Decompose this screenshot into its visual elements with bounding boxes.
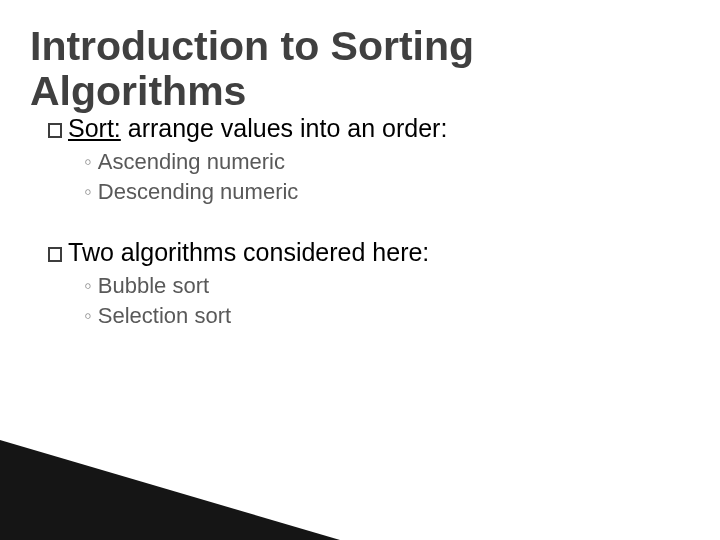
svg-marker-1 (0, 485, 310, 540)
list-item: ◦Ascending numeric (84, 147, 680, 177)
bullet-1-lead: Sort: (68, 114, 121, 142)
sub-bullet-icon: ◦ (84, 149, 92, 174)
decorative-wedge-icon (0, 430, 340, 540)
bullet-2: Two algorithms considered here: (48, 238, 680, 267)
bullet-square-icon (48, 123, 62, 138)
bullet-2-subs: ◦Bubble sort ◦Selection sort (48, 271, 680, 330)
sub-bullet-icon: ◦ (84, 273, 92, 298)
sub-item-text: Ascending numeric (98, 149, 285, 174)
sub-item-text: Bubble sort (98, 273, 209, 298)
list-item: ◦Selection sort (84, 301, 680, 331)
sub-bullet-icon: ◦ (84, 179, 92, 204)
bullet-1: Sort: arrange values into an order: (48, 114, 680, 143)
slide-title: Introduction to Sorting Algorithms (30, 24, 700, 114)
bullet-1-rest: arrange values into an order: (121, 114, 448, 142)
bullet-square-icon (48, 247, 62, 262)
slide-body: Sort: arrange values into an order: ◦Asc… (48, 110, 680, 349)
sub-item-text: Selection sort (98, 303, 231, 328)
list-item: ◦Descending numeric (84, 177, 680, 207)
svg-marker-0 (0, 525, 260, 540)
bullet-2-lead: Two (68, 238, 114, 266)
sub-item-text: Descending numeric (98, 179, 299, 204)
sub-bullet-icon: ◦ (84, 303, 92, 328)
svg-marker-2 (0, 440, 340, 540)
list-item: ◦Bubble sort (84, 271, 680, 301)
bullet-1-subs: ◦Ascending numeric ◦Descending numeric (48, 147, 680, 206)
bullet-2-rest: algorithms considered here: (114, 238, 429, 266)
